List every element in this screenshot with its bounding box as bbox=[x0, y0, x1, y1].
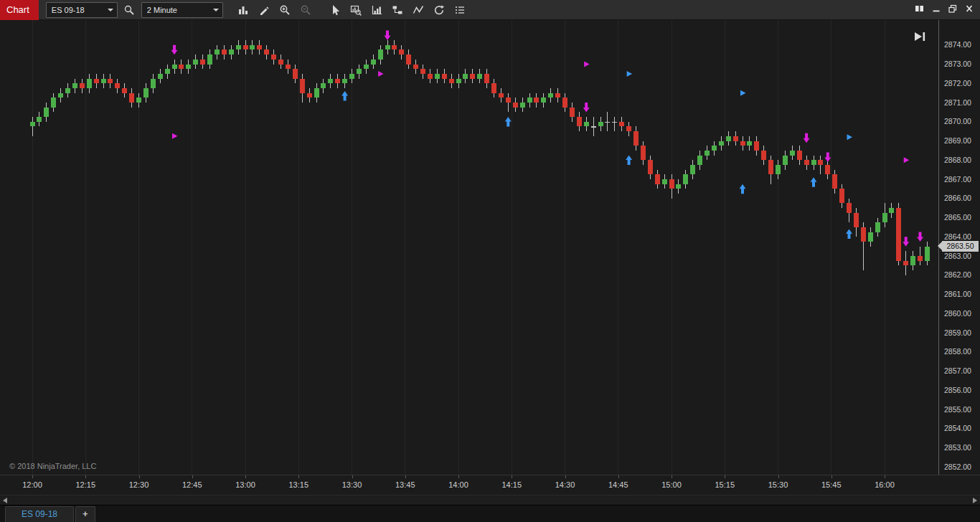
time-axis-tick bbox=[778, 475, 779, 478]
price-axis-label: 2865.00 bbox=[944, 213, 971, 222]
price-axis-label: 2866.00 bbox=[944, 194, 971, 202]
strategies-button[interactable] bbox=[389, 1, 407, 19]
price-axis-label: 2871.00 bbox=[944, 98, 971, 107]
instrument-selector[interactable]: ES 09-18 bbox=[46, 2, 118, 18]
properties-button[interactable] bbox=[451, 1, 469, 19]
time-axis-tick bbox=[139, 475, 140, 478]
time-axis-label: 13:45 bbox=[395, 480, 415, 489]
horizontal-scrollbar[interactable] bbox=[0, 495, 980, 505]
time-axis-tick bbox=[405, 475, 406, 478]
price-axis-label: 2872.00 bbox=[944, 79, 971, 87]
time-axis-label: 15:30 bbox=[768, 480, 788, 489]
list-icon bbox=[454, 4, 466, 16]
minimize-icon bbox=[931, 4, 941, 15]
bar-chart-icon bbox=[237, 4, 249, 16]
time-axis-label: 12:45 bbox=[182, 480, 202, 489]
chevron-down-icon bbox=[213, 9, 219, 11]
candlestick-chart[interactable] bbox=[0, 20, 938, 475]
interval-selector[interactable]: 2 Minute bbox=[141, 2, 223, 18]
indicators-button[interactable] bbox=[368, 1, 386, 19]
plot-area[interactable]: © 2018 NinjaTrader, LLC bbox=[0, 20, 938, 475]
pin-button[interactable] bbox=[913, 4, 927, 16]
price-axis-label: 2852.00 bbox=[944, 462, 971, 471]
restore-button[interactable] bbox=[946, 4, 960, 16]
price-axis-label: 2856.00 bbox=[944, 386, 971, 394]
price-axis-label: 2862.00 bbox=[944, 270, 971, 279]
zoom-in-button[interactable] bbox=[276, 1, 294, 19]
search-icon bbox=[123, 4, 135, 16]
time-axis-label: 15:00 bbox=[661, 480, 682, 489]
reload-button[interactable] bbox=[430, 1, 448, 19]
new-tab-button[interactable]: + bbox=[75, 506, 95, 522]
time-axis-label: 13:30 bbox=[342, 480, 362, 489]
tab-bar: ES 09-18 + bbox=[0, 505, 980, 522]
price-axis-label: 2863.00 bbox=[944, 252, 971, 260]
price-axis-label: 2854.00 bbox=[944, 424, 971, 432]
price-axis-label: 2868.00 bbox=[944, 156, 971, 164]
pin-icon bbox=[915, 4, 925, 15]
interval-selector-value: 2 Minute bbox=[147, 6, 177, 14]
close-icon bbox=[964, 4, 974, 15]
price-axis-label: 2864.00 bbox=[944, 232, 971, 241]
copyright-text: © 2018 NinjaTrader, LLC bbox=[9, 462, 96, 470]
price-axis-label: 2867.00 bbox=[944, 175, 971, 184]
chart-window: Chart ES 09-18 2 Minute bbox=[0, 0, 980, 522]
toolbar: Chart ES 09-18 2 Minute bbox=[0, 0, 980, 20]
time-axis-label: 12:15 bbox=[75, 480, 95, 489]
tab-es-09-18[interactable]: ES 09-18 bbox=[5, 506, 74, 522]
price-axis-label: 2861.00 bbox=[944, 290, 971, 298]
chart-area: © 2018 NinjaTrader, LLC 2863.50 2874.002… bbox=[0, 20, 980, 475]
window-title: Chart bbox=[0, 0, 39, 20]
price-axis-label: 2858.00 bbox=[944, 347, 971, 356]
price-axis-label: 2869.00 bbox=[944, 136, 971, 145]
chevron-down-icon bbox=[108, 9, 113, 11]
time-axis[interactable]: 12:0012:1512:3012:4513:0013:1513:3013:45… bbox=[0, 475, 980, 495]
time-axis-tick bbox=[298, 475, 299, 478]
close-button[interactable] bbox=[962, 4, 976, 16]
time-axis-tick bbox=[672, 475, 672, 478]
chart-style-button[interactable] bbox=[235, 1, 253, 19]
time-axis-tick bbox=[831, 475, 832, 478]
data-box-button[interactable] bbox=[347, 1, 365, 19]
price-axis-label: 2870.00 bbox=[944, 117, 971, 125]
scroll-left-icon[interactable] bbox=[3, 498, 7, 503]
zoom-out-button[interactable] bbox=[297, 1, 315, 19]
minimize-button[interactable] bbox=[929, 4, 943, 16]
zoom-in-icon bbox=[279, 4, 291, 16]
time-axis-label: 15:45 bbox=[821, 480, 842, 489]
price-axis-label: 2857.00 bbox=[944, 366, 971, 375]
window-controls bbox=[913, 4, 980, 16]
time-axis-label: 12:30 bbox=[129, 480, 149, 489]
scroll-right-icon[interactable] bbox=[973, 498, 977, 503]
scroll-to-end-button[interactable] bbox=[913, 31, 929, 44]
last-price-marker: 2863.50 bbox=[942, 241, 979, 252]
time-axis-tick bbox=[245, 475, 246, 478]
time-axis-label: 14:00 bbox=[448, 480, 468, 489]
time-axis-label: 13:15 bbox=[288, 480, 308, 489]
time-axis-tick bbox=[458, 475, 459, 478]
zigzag-icon bbox=[413, 4, 424, 16]
instrument-lookup-button[interactable] bbox=[121, 1, 138, 19]
instrument-selector-value: ES 09-18 bbox=[52, 6, 85, 14]
time-axis-label: 16:00 bbox=[875, 480, 895, 489]
time-axis-tick bbox=[512, 475, 512, 478]
reload-icon bbox=[433, 4, 445, 16]
time-axis-tick bbox=[352, 475, 353, 478]
time-axis-tick bbox=[192, 475, 193, 478]
pointer-button[interactable] bbox=[326, 1, 344, 19]
pencil-icon bbox=[258, 4, 270, 16]
price-axis[interactable]: 2863.50 2874.002873.002872.002871.002870… bbox=[938, 20, 980, 475]
time-axis-label: 14:45 bbox=[608, 480, 628, 489]
zigzag-line-button[interactable] bbox=[410, 1, 428, 19]
time-axis-label: 12:00 bbox=[22, 480, 42, 489]
time-axis-label: 14:15 bbox=[501, 480, 522, 489]
chart-magnifier-icon bbox=[350, 4, 362, 16]
time-axis-label: 13:00 bbox=[235, 480, 255, 489]
indicator-bars-icon bbox=[371, 4, 382, 16]
price-axis-label: 2859.00 bbox=[944, 328, 971, 337]
blocks-icon bbox=[392, 4, 403, 16]
drawing-tools-button[interactable] bbox=[255, 1, 273, 19]
price-axis-label: 2873.00 bbox=[944, 60, 971, 68]
zoom-out-icon bbox=[300, 4, 311, 16]
price-axis-label: 2860.00 bbox=[944, 309, 971, 318]
